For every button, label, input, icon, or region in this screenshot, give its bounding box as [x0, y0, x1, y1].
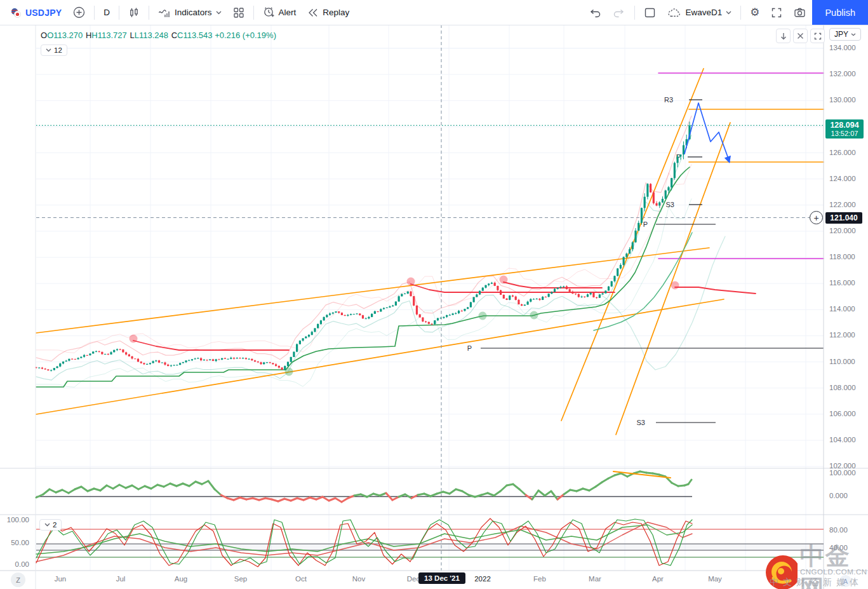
pane1-axis-label: 0.000 — [829, 492, 848, 499]
chart-canvas[interactable]: R3PS3PPS3 — [0, 0, 868, 589]
pane2-axis-label: 80.00 — [829, 526, 848, 534]
timezone-button[interactable]: Z — [11, 572, 25, 587]
toolbar-separator — [253, 6, 254, 20]
publish-button[interactable]: Publish — [812, 0, 868, 25]
auto-scale-button[interactable]: A — [839, 575, 851, 587]
top-toolbar: USDJPY D Indicators — [0, 0, 868, 25]
currency-button[interactable]: JPY — [829, 28, 861, 41]
chevron-down-icon — [216, 11, 222, 15]
add-alert-plus-button[interactable]: + — [810, 211, 823, 224]
price-axis-label: 122.000 — [829, 201, 856, 208]
time-axis-label: Nov — [352, 575, 365, 583]
stop-flip-marker — [407, 278, 415, 286]
price-axis-label: 104.000 — [829, 436, 856, 443]
price-axis-label: 130.000 — [829, 96, 856, 104]
last-price-value: 128.094 — [825, 121, 864, 130]
fullscreen-button[interactable] — [766, 3, 787, 22]
ewave-projection — [684, 103, 731, 163]
symbol-button[interactable]: USDJPY — [5, 3, 67, 22]
time-axis-label: Feb — [533, 575, 546, 583]
trend-lines — [36, 69, 824, 435]
arrow-down-icon — [780, 32, 787, 40]
snapshot-button[interactable] — [789, 3, 811, 22]
price-axis-label: 108.000 — [829, 384, 856, 391]
pane-maximize-button[interactable] — [810, 29, 825, 43]
camera-icon — [794, 7, 806, 18]
price-axis-label: 118.000 — [829, 253, 855, 261]
main-pane-collapse-button[interactable]: 12 — [41, 44, 67, 56]
indicators-icon — [158, 7, 171, 18]
stop-flip-marker — [285, 368, 293, 376]
chart-type-button[interactable] — [123, 3, 145, 22]
pane-close-button[interactable] — [793, 29, 808, 43]
price-axis-label: 112.000 — [829, 331, 855, 339]
alert-label: Alert — [279, 8, 297, 17]
pivot-levels: R3PS3PPS3 — [467, 96, 824, 426]
stop-flip-marker — [130, 335, 138, 343]
indicator-templates-button[interactable] — [228, 3, 250, 22]
toolbar-separator — [149, 6, 149, 20]
tradingview-app: USDJPY D Indicators — [0, 0, 868, 589]
ohlc-open: O113.270 — [47, 30, 83, 40]
price-axis-label: 114.000 — [829, 305, 855, 313]
time-axis-label: Jun — [770, 575, 782, 583]
pane1-axis-label: 100.000 — [829, 469, 856, 477]
pivot-label: S3 — [666, 201, 674, 208]
ohlc-change: +0.216 (+0.19%) — [215, 30, 276, 40]
interval-button[interactable]: D — [98, 3, 115, 22]
chevron-down-icon — [726, 11, 731, 15]
pane2-left-axis-label: 0.00 — [0, 560, 29, 568]
fullscreen-icon — [771, 7, 782, 18]
time-axis-label: 2022 — [474, 575, 491, 583]
stochastic-pane — [36, 518, 824, 567]
pane-move-down-button[interactable] — [776, 29, 791, 43]
time-axis-label: Jul — [116, 575, 126, 583]
stop-flip-marker — [479, 312, 487, 320]
settings-button[interactable]: ⚙ — [745, 3, 765, 22]
toolbar-separator — [119, 6, 119, 20]
pane2-collapse-button[interactable]: 2 — [39, 519, 62, 531]
alert-button[interactable]: Alert — [258, 3, 302, 22]
indicators-label: Indicators — [175, 8, 212, 17]
pivot-label: P — [467, 344, 472, 352]
pane2-axis-label: 40.00 — [829, 544, 848, 552]
redo-button[interactable] — [608, 3, 631, 22]
replay-button[interactable]: Replay — [302, 3, 354, 22]
chevron-down-icon — [44, 523, 50, 527]
crosshair-price-chip: 121.040 — [825, 212, 862, 224]
stop-flip-marker — [671, 281, 679, 290]
chevron-down-icon — [851, 33, 856, 36]
crosshair-date-chip: 13 Dec '21 — [418, 572, 465, 584]
pane-controls — [776, 29, 825, 43]
pivot-label: R3 — [664, 96, 673, 104]
pivot-label: P — [643, 220, 648, 228]
replay-icon — [307, 8, 319, 18]
redo-icon — [613, 7, 625, 18]
cloud-layout-button[interactable]: EwaveD1 — [662, 3, 737, 22]
layout-square-icon — [644, 7, 656, 18]
compare-add-button[interactable] — [68, 3, 90, 22]
last-price-chip: 128.094 13:52:07 — [825, 119, 864, 139]
layout-name: EwaveD1 — [685, 8, 722, 17]
layout-button[interactable] — [639, 3, 661, 22]
price-axis-label: 106.000 — [829, 410, 856, 417]
price-axis-label: 110.000 — [829, 358, 855, 365]
pivot-label: S3 — [637, 419, 645, 426]
replay-label: Replay — [323, 8, 349, 17]
time-axis-label: Jun — [55, 575, 67, 583]
undo-icon — [589, 7, 601, 18]
toolbar-separator — [740, 6, 741, 20]
ohlc-high: H113.727 — [91, 30, 126, 40]
toolbar-separator — [634, 6, 635, 20]
undo-button[interactable] — [584, 3, 606, 22]
ohlc-low: L113.248 — [135, 30, 168, 40]
ohlc-legend: OO113.270 HH113.727 LL113.248 CC113.543 … — [41, 30, 276, 40]
indicators-button[interactable]: Indicators — [153, 3, 227, 22]
price-axis-label: 116.000 — [829, 279, 855, 287]
toolbar-right-group: EwaveD1 ⚙ Publish — [584, 0, 868, 25]
pane2-collapse-count: 2 — [53, 521, 57, 529]
price-axis-label: 120.000 — [829, 227, 856, 234]
stop-flip-marker — [530, 311, 538, 320]
ohlc-close: C113.543 — [177, 30, 212, 40]
currency-label: JPY — [834, 30, 848, 39]
